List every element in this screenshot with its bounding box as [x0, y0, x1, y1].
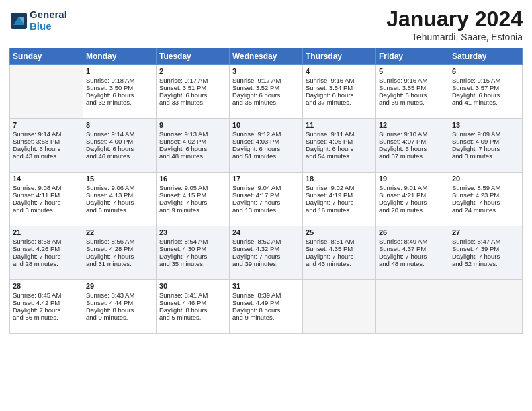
calendar-week-row: 21Sunrise: 8:58 AMSunset: 4:26 PMDayligh… [10, 226, 523, 280]
day-number: 25 [306, 228, 373, 236]
daylight-minutes: and 41 minutes. [452, 99, 519, 106]
daylight-text: Daylight: 6 hours [159, 145, 226, 152]
sunrise-text: Sunrise: 9:11 AM [306, 130, 373, 138]
sunrise-text: Sunrise: 8:45 AM [13, 291, 80, 299]
sunset-text: Sunset: 3:54 PM [306, 84, 373, 91]
day-number: 7 [13, 121, 80, 129]
daylight-minutes: and 16 minutes. [306, 206, 373, 214]
header-sunday: Sunday [10, 48, 83, 65]
logo-line2: Blue [30, 21, 67, 32]
daylight-text: Daylight: 6 hours [306, 91, 373, 99]
sunset-text: Sunset: 4:11 PM [13, 191, 80, 199]
daylight-text: Daylight: 6 hours [452, 91, 519, 99]
sunset-text: Sunset: 4:07 PM [379, 138, 446, 145]
sunrise-text: Sunrise: 8:54 AM [159, 238, 226, 245]
location-subtitle: Tehumardi, Saare, Estonia [386, 32, 523, 42]
daylight-text: Daylight: 7 hours [379, 199, 446, 206]
calendar-cell: 19Sunrise: 9:01 AMSunset: 4:21 PMDayligh… [376, 173, 449, 226]
logo: General Blue [9, 9, 67, 32]
sunrise-text: Sunrise: 8:47 AM [452, 238, 519, 245]
calendar-cell: 28Sunrise: 8:45 AMSunset: 4:42 PMDayligh… [10, 280, 83, 334]
day-number: 26 [379, 228, 446, 236]
month-title: January 2024 [386, 7, 523, 32]
daylight-text: Daylight: 8 hours [86, 306, 153, 314]
sunrise-text: Sunrise: 9:16 AM [306, 77, 373, 84]
daylight-text: Daylight: 6 hours [379, 91, 446, 99]
sunset-text: Sunset: 4:23 PM [452, 191, 519, 199]
daylight-minutes: and 48 minutes. [159, 152, 226, 160]
daylight-minutes: and 43 minutes. [306, 260, 373, 267]
calendar-cell: 13Sunrise: 9:09 AMSunset: 4:09 PMDayligh… [449, 119, 523, 173]
daylight-text: Daylight: 7 hours [379, 253, 446, 260]
daylight-minutes: and 3 minutes. [13, 206, 80, 214]
sunset-text: Sunset: 3:52 PM [232, 84, 300, 91]
sunrise-text: Sunrise: 9:05 AM [159, 184, 226, 191]
sunset-text: Sunset: 4:00 PM [86, 138, 153, 145]
daylight-minutes: and 9 minutes. [159, 206, 226, 214]
daylight-minutes: and 6 minutes. [86, 206, 153, 214]
sunset-text: Sunset: 3:58 PM [13, 138, 80, 145]
calendar-cell: 21Sunrise: 8:58 AMSunset: 4:26 PMDayligh… [10, 226, 83, 280]
header-wednesday: Wednesday [230, 48, 303, 65]
sunrise-text: Sunrise: 8:41 AM [159, 291, 226, 299]
sunrise-text: Sunrise: 8:56 AM [86, 238, 153, 245]
header-saturday: Saturday [449, 48, 523, 65]
logo-text: General Blue [30, 9, 67, 32]
calendar-cell: 29Sunrise: 8:43 AMSunset: 4:44 PMDayligh… [83, 280, 157, 334]
daylight-text: Daylight: 6 hours [86, 145, 153, 152]
calendar-cell: 16Sunrise: 9:05 AMSunset: 4:15 PMDayligh… [157, 173, 230, 226]
sunrise-text: Sunrise: 8:59 AM [452, 184, 519, 191]
sunset-text: Sunset: 4:19 PM [306, 191, 373, 199]
calendar-cell: 31Sunrise: 8:39 AMSunset: 4:49 PMDayligh… [230, 280, 303, 334]
daylight-minutes: and 31 minutes. [86, 260, 153, 267]
sunrise-text: Sunrise: 9:04 AM [232, 184, 300, 191]
daylight-text: Daylight: 7 hours [13, 199, 80, 206]
daylight-minutes: and 35 minutes. [159, 260, 226, 267]
calendar-cell: 2Sunrise: 9:17 AMSunset: 3:51 PMDaylight… [157, 65, 230, 119]
sunrise-text: Sunrise: 8:49 AM [379, 238, 446, 245]
calendar-cell: 24Sunrise: 8:52 AMSunset: 4:32 PMDayligh… [230, 226, 303, 280]
day-number: 5 [379, 67, 446, 75]
sunset-text: Sunset: 4:13 PM [86, 191, 153, 199]
calendar-table: SundayMondayTuesdayWednesdayThursdayFrid… [9, 48, 523, 334]
sunset-text: Sunset: 4:39 PM [452, 245, 519, 253]
daylight-minutes: and 39 minutes. [232, 260, 300, 267]
sunrise-text: Sunrise: 8:51 AM [306, 238, 373, 245]
calendar-cell [449, 280, 523, 334]
sunrise-text: Sunrise: 9:09 AM [452, 130, 519, 138]
day-number: 2 [159, 67, 226, 75]
daylight-text: Daylight: 7 hours [306, 253, 373, 260]
calendar-cell: 8Sunrise: 9:14 AMSunset: 4:00 PMDaylight… [83, 119, 157, 173]
calendar-week-row: 28Sunrise: 8:45 AMSunset: 4:42 PMDayligh… [10, 280, 523, 334]
daylight-text: Daylight: 7 hours [452, 199, 519, 206]
daylight-minutes: and 48 minutes. [379, 260, 446, 267]
daylight-minutes: and 57 minutes. [379, 152, 446, 160]
daylight-minutes: and 46 minutes. [86, 152, 153, 160]
calendar-cell: 6Sunrise: 9:15 AMSunset: 3:57 PMDaylight… [449, 65, 523, 119]
day-number: 21 [13, 228, 80, 236]
daylight-minutes: and 28 minutes. [13, 260, 80, 267]
day-number: 18 [306, 175, 373, 183]
calendar-cell [303, 280, 376, 334]
sunset-text: Sunset: 3:50 PM [86, 84, 153, 91]
daylight-minutes: and 13 minutes. [232, 206, 300, 214]
sunset-text: Sunset: 4:03 PM [232, 138, 300, 145]
day-number: 4 [306, 67, 373, 75]
sunrise-text: Sunrise: 8:43 AM [86, 291, 153, 299]
calendar-cell: 30Sunrise: 8:41 AMSunset: 4:46 PMDayligh… [157, 280, 230, 334]
sunset-text: Sunset: 4:17 PM [232, 191, 300, 199]
daylight-minutes: and 37 minutes. [306, 99, 373, 106]
daylight-text: Daylight: 7 hours [13, 306, 80, 314]
sunset-text: Sunset: 3:51 PM [159, 84, 226, 91]
daylight-text: Daylight: 7 hours [452, 145, 519, 152]
logo-icon [9, 11, 28, 30]
daylight-minutes: and 9 minutes. [232, 314, 300, 321]
day-number: 12 [379, 121, 446, 129]
header-friday: Friday [376, 48, 449, 65]
day-number: 29 [86, 282, 153, 290]
day-number: 10 [232, 121, 300, 129]
day-number: 15 [86, 175, 153, 183]
sunrise-text: Sunrise: 9:18 AM [86, 77, 153, 84]
day-number: 22 [86, 228, 153, 236]
daylight-minutes: and 0 minutes. [452, 152, 519, 160]
